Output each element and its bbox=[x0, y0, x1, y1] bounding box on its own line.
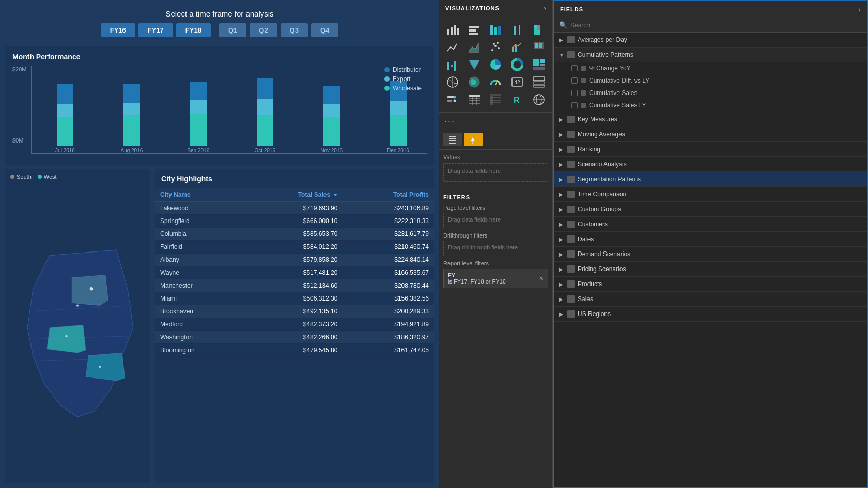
field-check[interactable] bbox=[571, 65, 578, 71]
bar-stack-nov[interactable] bbox=[323, 86, 340, 146]
field-group-row-6[interactable]: ▶Segmentation Patterns bbox=[554, 172, 867, 186]
bar-stack-oct[interactable] bbox=[257, 78, 273, 146]
field-group-row-5[interactable]: ▶Scenario Analysis bbox=[554, 157, 867, 171]
viz-icon-100pct-bar[interactable] bbox=[529, 21, 549, 38]
bar-stack-aug[interactable] bbox=[123, 84, 140, 146]
cell-city: Brookhaven bbox=[155, 305, 244, 318]
field-group-row-10[interactable]: ▶Dates bbox=[554, 232, 867, 246]
cell-profits: $208,780.44 bbox=[343, 279, 434, 292]
field-check[interactable] bbox=[571, 102, 578, 108]
field-group-row-11[interactable]: ▶Demand Scenarios bbox=[554, 247, 867, 261]
viz-icon-matrix[interactable] bbox=[486, 91, 506, 108]
field-group-row-14[interactable]: ▶Sales bbox=[554, 292, 867, 306]
table-row[interactable]: Medford $482,373.20 $194,921.89 bbox=[155, 318, 434, 331]
field-group-row-7[interactable]: ▶Time Comparison bbox=[554, 187, 867, 201]
table-row[interactable]: Manchester $512,134.60 $208,780.44 bbox=[155, 279, 434, 292]
table-row[interactable]: Fairfield $584,012.20 $210,460.74 bbox=[155, 241, 434, 254]
field-check[interactable] bbox=[571, 90, 578, 96]
fy18-button[interactable]: FY18 bbox=[176, 23, 211, 37]
viz-icon-funnel[interactable] bbox=[464, 56, 485, 73]
viz-icon-table[interactable] bbox=[464, 91, 485, 108]
q1-button[interactable]: Q1 bbox=[219, 23, 246, 37]
fields-header: FIELDS › bbox=[554, 1, 867, 18]
fields-panel-chevron[interactable]: › bbox=[858, 5, 861, 13]
cell-profits: $156,382.56 bbox=[343, 292, 434, 305]
field-table-icon bbox=[567, 295, 575, 303]
field-group-row-1[interactable]: ▼Cumulative Patterns bbox=[554, 48, 867, 62]
field-group-15: ▶US Regions bbox=[554, 307, 867, 322]
viz-icon-r-visual[interactable]: R bbox=[507, 91, 528, 108]
col-sales[interactable]: Total Sales bbox=[244, 188, 343, 202]
table-row[interactable]: Washington $482,266.00 $186,320.97 bbox=[155, 331, 434, 344]
table-row[interactable]: Brookhaven $492,135.10 $200,289.33 bbox=[155, 305, 434, 318]
table-scroll[interactable]: City Name Total Sales Total Profits Lake… bbox=[155, 188, 434, 483]
field-group-name: Scenario Analysis bbox=[578, 161, 862, 168]
viz-panel-chevron[interactable]: › bbox=[544, 4, 546, 12]
values-drop-zone[interactable]: Drag data fields here bbox=[443, 163, 548, 182]
fy17-button[interactable]: FY17 bbox=[138, 23, 173, 37]
viz-icon-treemap[interactable] bbox=[529, 56, 549, 73]
svg-rect-50 bbox=[533, 85, 545, 87]
page-filter-drop-zone[interactable]: Drag data fields here bbox=[443, 213, 548, 228]
field-group-row-2[interactable]: ▶Key Measures bbox=[554, 112, 867, 127]
fy16-button[interactable]: FY16 bbox=[101, 23, 135, 37]
field-check[interactable] bbox=[571, 77, 578, 84]
fields-tree: ▶Averages per Day▼Cumulative Patterns% C… bbox=[554, 33, 867, 487]
field-sub-item-1-0[interactable]: % Change YoY bbox=[554, 62, 867, 74]
field-group-row-9[interactable]: ▶Customers bbox=[554, 217, 867, 231]
viz-icon-combo[interactable] bbox=[507, 39, 528, 55]
viz-icon-pie[interactable] bbox=[486, 56, 506, 73]
viz-icon-card[interactable]: 42 bbox=[507, 74, 528, 90]
viz-icon-donut[interactable] bbox=[507, 56, 528, 73]
field-group-row-3[interactable]: ▶Moving Averages bbox=[554, 127, 867, 141]
viz-icon-stacked-bar[interactable] bbox=[486, 21, 506, 38]
field-group-row-12[interactable]: ▶Pricing Scenarios bbox=[554, 262, 867, 276]
field-group-row-0[interactable]: ▶Averages per Day bbox=[554, 33, 867, 47]
format-paint-btn[interactable] bbox=[464, 133, 483, 146]
field-sub-item-1-2[interactable]: Cumulative Sales bbox=[554, 87, 867, 99]
search-input[interactable] bbox=[570, 22, 862, 29]
bar-stack-jul[interactable] bbox=[57, 84, 73, 146]
viz-icon-grouped-bar[interactable] bbox=[507, 21, 528, 38]
table-row[interactable]: Wayne $517,481.20 $166,535.67 bbox=[155, 266, 434, 279]
field-table-icon bbox=[567, 36, 575, 43]
q2-button[interactable]: Q2 bbox=[250, 23, 277, 37]
field-group-row-4[interactable]: ▶Ranking bbox=[554, 142, 867, 156]
viz-icon-globe[interactable] bbox=[529, 91, 549, 108]
svg-rect-41 bbox=[533, 67, 545, 70]
format-fields-btn[interactable] bbox=[443, 133, 462, 146]
fy-filter-chip-close[interactable]: × bbox=[539, 275, 544, 282]
viz-icon-map[interactable] bbox=[442, 74, 463, 90]
q4-button[interactable]: Q4 bbox=[311, 23, 338, 37]
viz-icon-ribbon[interactable] bbox=[529, 39, 549, 55]
field-sub-item-1-1[interactable]: Cumulative Diff. vs LY bbox=[554, 74, 867, 87]
table-row[interactable]: Lakewood $719,693.90 $243,106.89 bbox=[155, 202, 434, 215]
table-row[interactable]: Miami $506,312.30 $156,382.56 bbox=[155, 292, 434, 305]
table-row[interactable]: Columbia $585,653.70 $231,617.79 bbox=[155, 228, 434, 241]
field-group-row-8[interactable]: ▶Custom Groups bbox=[554, 202, 867, 216]
viz-icon-column[interactable] bbox=[464, 21, 485, 38]
cell-profits: $222,318.33 bbox=[343, 215, 434, 228]
viz-icon-waterfall[interactable] bbox=[442, 56, 463, 73]
viz-icon-line[interactable] bbox=[442, 39, 463, 55]
q3-button[interactable]: Q3 bbox=[281, 23, 308, 37]
field-group-row-15[interactable]: ▶US Regions bbox=[554, 307, 867, 321]
viz-icon-scatter[interactable] bbox=[486, 39, 506, 55]
viz-icon-gauge[interactable] bbox=[486, 74, 506, 90]
drillthrough-drop-zone[interactable]: Drag drillthrough fields here bbox=[443, 241, 548, 256]
viz-icon-multirow-card[interactable] bbox=[529, 74, 549, 90]
viz-icon-filled-map[interactable] bbox=[464, 74, 485, 90]
cell-sales: $666,000.10 bbox=[244, 215, 343, 228]
fy-filter-chip-label: FY bbox=[448, 272, 506, 278]
table-body: Lakewood $719,693.90 $243,106.89 Springf… bbox=[155, 202, 434, 357]
viz-icon-area[interactable] bbox=[464, 39, 485, 55]
field-sub-item-1-3[interactable]: Cumulative Sales LY bbox=[554, 99, 867, 112]
viz-icon-bar[interactable] bbox=[442, 21, 463, 38]
bar-stack-sep[interactable] bbox=[190, 82, 207, 146]
table-row[interactable]: Bloomington $479,545.80 $161,747.05 bbox=[155, 344, 434, 357]
viz-more-dots[interactable]: ··· bbox=[439, 113, 552, 130]
viz-icon-slicer[interactable] bbox=[442, 91, 463, 108]
field-group-row-13[interactable]: ▶Products bbox=[554, 277, 867, 291]
table-row[interactable]: Springfield $666,000.10 $222,318.33 bbox=[155, 215, 434, 228]
table-row[interactable]: Albany $579,858.20 $224,840.14 bbox=[155, 254, 434, 266]
